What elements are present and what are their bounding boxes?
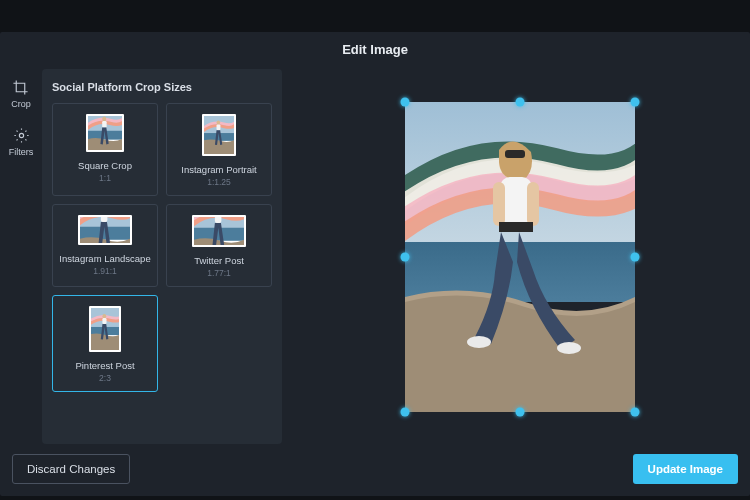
photo-preview bbox=[405, 102, 635, 412]
crop-icon bbox=[12, 79, 29, 96]
crop-option-ratio: 1.77:1 bbox=[207, 268, 231, 278]
svg-point-0 bbox=[19, 133, 23, 137]
crop-thumb bbox=[86, 114, 124, 152]
crop-option-label: Pinterest Post bbox=[75, 360, 134, 371]
crop-option-ratio: 1:1.25 bbox=[207, 177, 231, 187]
crop-option-pinterest-post[interactable]: Pinterest Post2:3 bbox=[52, 295, 158, 392]
svg-rect-27 bbox=[527, 182, 539, 226]
filters-icon bbox=[13, 127, 30, 144]
svg-rect-26 bbox=[493, 182, 505, 226]
tool-crop-label: Crop bbox=[11, 99, 31, 109]
modal-footer: Discard Changes Update Image bbox=[0, 444, 750, 496]
crop-handle-tl[interactable] bbox=[401, 97, 410, 106]
crop-handle-bc[interactable] bbox=[516, 407, 525, 416]
svg-rect-4 bbox=[102, 121, 106, 128]
svg-point-29 bbox=[467, 336, 491, 348]
svg-rect-8 bbox=[217, 124, 221, 130]
svg-rect-24 bbox=[505, 150, 525, 158]
crop-options-grid: Square Crop1:1Instagram Portrait1:1.25In… bbox=[52, 103, 272, 392]
crop-thumb bbox=[89, 306, 121, 352]
tool-rail: Crop Filters bbox=[0, 69, 42, 444]
svg-point-3 bbox=[102, 117, 106, 122]
crop-handle-mr[interactable] bbox=[631, 252, 640, 261]
crop-handle-tr[interactable] bbox=[631, 97, 640, 106]
discard-button[interactable]: Discard Changes bbox=[12, 454, 130, 484]
svg-point-19 bbox=[102, 314, 106, 318]
crop-handle-br[interactable] bbox=[631, 407, 640, 416]
crop-option-label: Twitter Post bbox=[194, 255, 244, 266]
svg-rect-16 bbox=[215, 217, 222, 223]
crop-sizes-panel: Social Platform Crop Sizes Square Crop1:… bbox=[42, 69, 282, 444]
crop-option-ratio: 2:3 bbox=[99, 373, 111, 383]
image-canvas[interactable] bbox=[290, 69, 750, 444]
svg-rect-28 bbox=[499, 222, 533, 232]
tool-crop[interactable]: Crop bbox=[11, 79, 31, 109]
crop-option-label: Instagram Portrait bbox=[181, 164, 257, 175]
crop-thumb bbox=[202, 114, 236, 156]
crop-option-instagram-landscape[interactable]: Instagram Landscape1.91:1 bbox=[52, 204, 158, 287]
update-button[interactable]: Update Image bbox=[633, 454, 738, 484]
panel-title: Social Platform Crop Sizes bbox=[52, 81, 272, 93]
crop-option-label: Instagram Landscape bbox=[59, 253, 150, 264]
crop-region[interactable] bbox=[405, 102, 635, 412]
crop-option-ratio: 1:1 bbox=[99, 173, 111, 183]
modal-content: Crop Filters Social Platform Crop Sizes … bbox=[0, 69, 750, 444]
edit-image-modal: Edit Image Crop Filters Social Platform … bbox=[0, 32, 750, 496]
crop-thumb bbox=[78, 215, 132, 245]
tool-filters-label: Filters bbox=[9, 147, 34, 157]
crop-option-square-crop[interactable]: Square Crop1:1 bbox=[52, 103, 158, 196]
crop-option-label: Square Crop bbox=[78, 160, 132, 171]
crop-option-instagram-portrait[interactable]: Instagram Portrait1:1.25 bbox=[166, 103, 272, 196]
crop-handle-tc[interactable] bbox=[516, 97, 525, 106]
svg-rect-12 bbox=[101, 217, 108, 222]
modal-title: Edit Image bbox=[0, 32, 750, 69]
crop-thumb bbox=[192, 215, 246, 247]
crop-handle-ml[interactable] bbox=[401, 252, 410, 261]
crop-option-ratio: 1.91:1 bbox=[93, 266, 117, 276]
crop-option-twitter-post[interactable]: Twitter Post1.77:1 bbox=[166, 204, 272, 287]
tool-filters[interactable]: Filters bbox=[9, 127, 34, 157]
svg-rect-20 bbox=[102, 318, 106, 324]
crop-handle-bl[interactable] bbox=[401, 407, 410, 416]
svg-point-30 bbox=[557, 342, 581, 354]
svg-point-7 bbox=[217, 121, 221, 125]
